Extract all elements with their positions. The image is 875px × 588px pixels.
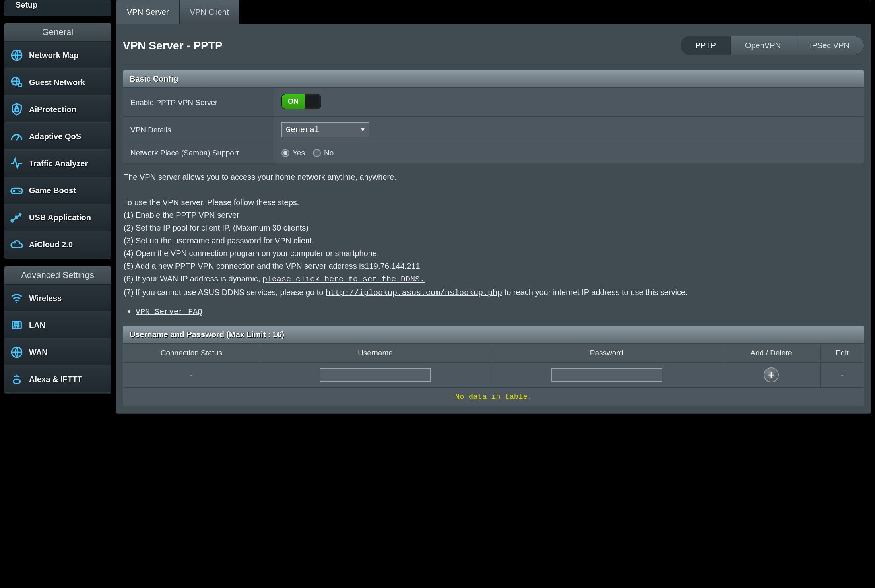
sidebar-item-label: Alexa & IFTTT [29, 375, 82, 384]
sidebar-item-label: Wireless [29, 294, 62, 303]
samba-support-label: Network Place (Samba) Support [123, 143, 274, 163]
ethernet-icon [10, 318, 23, 332]
sidebar-item-lan[interactable]: LAN [4, 312, 111, 339]
sidebar-item-label: AiProtection [29, 105, 76, 114]
col-username: Username [260, 344, 491, 363]
globe-icon [10, 345, 23, 359]
sidebar-item-aicloud[interactable]: AiCloud 2.0 [4, 231, 111, 258]
samba-no-radio[interactable]: No [313, 149, 334, 157]
gauge-icon [10, 130, 23, 143]
no-data-message: No data in table. [123, 388, 864, 406]
radio-label: No [324, 149, 334, 157]
username-input[interactable] [320, 368, 431, 382]
svg-point-5 [16, 139, 17, 140]
sidebar-item-label: Adaptive QoS [29, 132, 81, 141]
vpn-protocol-tabs: PPTP OpenVPN IPSec VPN [681, 36, 864, 55]
sidebar-general-header: General [4, 23, 111, 42]
svg-point-8 [19, 191, 21, 192]
col-edit: Edit [820, 344, 864, 363]
basic-config-header: Basic Config [123, 70, 864, 88]
svg-rect-4 [15, 108, 19, 112]
vpn-details-label: VPN Details [123, 117, 274, 143]
description-paragraph: The VPN server allows you to access your… [124, 171, 863, 183]
plus-icon [767, 371, 776, 379]
toggle-on-label: ON [282, 94, 305, 109]
sidebar-item-label: Guest Network [29, 78, 85, 87]
svg-point-11 [16, 302, 17, 303]
svg-point-7 [18, 190, 19, 191]
subtab-pptp[interactable]: PPTP [681, 36, 730, 55]
edit-cell: - [820, 363, 864, 388]
enable-pptp-label: Enable PPTP VPN Server [123, 88, 274, 117]
usb-icon [10, 211, 23, 224]
sidebar-item-usb-application[interactable]: USB Application [4, 204, 111, 231]
step-7: (7) If you cannot use ASUS DDNS services… [124, 286, 863, 299]
sidebar-item-guest-network[interactable]: Guest Network [4, 69, 111, 96]
voice-device-icon [10, 373, 23, 386]
svg-point-15 [14, 379, 20, 384]
cloud-icon [10, 238, 23, 251]
sidebar-item-label: WAN [29, 348, 48, 357]
activity-icon [10, 157, 23, 170]
add-button[interactable] [764, 367, 779, 382]
globe-pin-icon [10, 49, 23, 62]
sidebar-item-aiprotection[interactable]: AiProtection [4, 96, 111, 123]
step-2: (2) Set the IP pool for client IP. (Maxi… [124, 221, 863, 234]
samba-yes-radio[interactable]: Yes [281, 149, 305, 157]
svg-rect-13 [14, 323, 19, 325]
sidebar-item-alexa-ifttt[interactable]: Alexa & IFTTT [4, 366, 111, 393]
step-4: (4) Open the VPN connection program on y… [124, 247, 863, 260]
sidebar-advanced-header: Advanced Settings [4, 266, 111, 285]
iplookup-link[interactable]: http://iplookup.asus.com/nslookup.php [326, 288, 502, 297]
gamepad-icon [10, 184, 23, 197]
sidebar-item-wireless[interactable]: Wireless [4, 285, 111, 312]
sidebar-item-game-boost[interactable]: Game Boost [4, 177, 111, 204]
subtab-ipsec[interactable]: IPSec VPN [795, 36, 864, 55]
ddns-link[interactable]: please click here to set the DDNS. [262, 275, 425, 284]
sidebar-item-label: Traffic Analyzer [29, 159, 88, 168]
page-title: VPN Server - PPTP [123, 39, 223, 52]
vpn-details-select[interactable]: General ▼ [281, 122, 369, 137]
step-3: (3) Set up the username and password for… [124, 234, 863, 247]
step-6: (6) If your WAN IP address is dynamic, p… [124, 272, 863, 286]
radio-icon [281, 149, 289, 157]
sidebar-item-network-map[interactable]: Network Map [4, 42, 111, 69]
radio-icon [313, 149, 321, 157]
step-1: (1) Enable the PPTP VPN server [124, 209, 863, 221]
sidebar-item-setup[interactable]: Setup [4, 0, 111, 15]
sidebar-item-wan[interactable]: WAN [4, 339, 111, 366]
tab-vpn-client[interactable]: VPN Client [180, 0, 240, 24]
shield-lock-icon [10, 103, 23, 116]
step-5: (5) Add a new PPTP VPN connection and th… [124, 260, 863, 272]
sidebar-item-label: AiCloud 2.0 [29, 240, 73, 249]
chevron-down-icon: ▼ [361, 127, 365, 133]
description-paragraph: To use the VPN server. Please follow the… [124, 196, 863, 209]
col-add-delete: Add / Delete [722, 344, 820, 363]
subtab-openvpn[interactable]: OpenVPN [730, 36, 795, 55]
password-input[interactable] [551, 368, 662, 382]
vpn-faq-link[interactable]: VPN Server FAQ [136, 307, 202, 316]
wifi-icon [10, 291, 23, 305]
globe-users-icon [10, 76, 23, 89]
sidebar-item-label: Game Boost [29, 186, 76, 195]
sidebar-item-adaptive-qos[interactable]: Adaptive QoS [4, 123, 111, 150]
svg-point-1 [19, 50, 21, 53]
sidebar-item-label: Setup [16, 0, 38, 10]
enable-pptp-toggle[interactable]: ON [281, 94, 321, 109]
svg-rect-6 [11, 188, 22, 194]
sidebar-item-label: Network Map [29, 51, 78, 60]
col-connection-status: Connection Status [123, 344, 260, 363]
sidebar-item-label: USB Application [29, 213, 91, 222]
tab-bar: VPN Server VPN Client [116, 0, 871, 24]
userpass-header: Username and Password (Max Limit : 16) [123, 326, 864, 343]
sidebar-item-traffic-analyzer[interactable]: Traffic Analyzer [4, 150, 111, 177]
radio-label: Yes [293, 149, 305, 157]
col-password: Password [491, 344, 722, 363]
connection-status-cell: - [123, 363, 260, 388]
tab-vpn-server[interactable]: VPN Server [116, 0, 180, 24]
vpn-details-value: General [286, 125, 319, 134]
sidebar-item-label: LAN [29, 321, 45, 330]
